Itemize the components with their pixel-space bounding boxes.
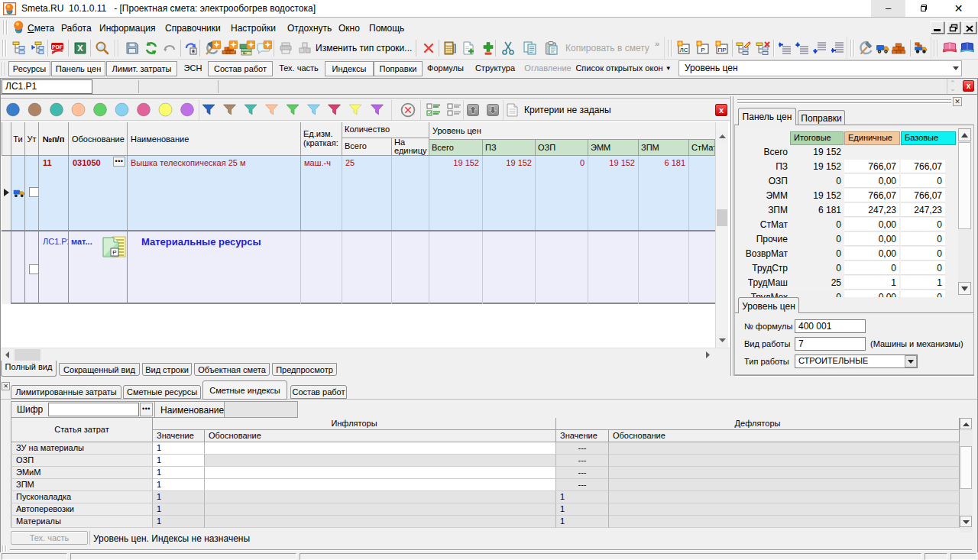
svg-text:Р: Р bbox=[701, 47, 704, 53]
svg-text:ЛС: ЛС bbox=[679, 47, 688, 53]
svg-text:P: P bbox=[112, 249, 116, 256]
svg-text:X: X bbox=[77, 44, 83, 53]
svg-text:PDF: PDF bbox=[52, 44, 63, 50]
svg-text:ПР: ПР bbox=[717, 47, 726, 53]
